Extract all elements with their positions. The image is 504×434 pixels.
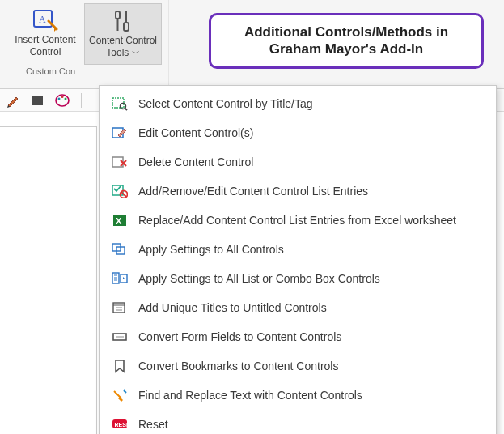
callout-note: Additional Controls/Methods in Graham Ma…	[209, 13, 484, 69]
menu-item-excel-entries[interactable]: X Replace/Add Content Control List Entri…	[100, 206, 496, 235]
content-control-tools-icon	[111, 7, 135, 35]
reset-icon: RESET	[111, 416, 129, 432]
svg-text:A: A	[39, 14, 46, 25]
svg-point-8	[58, 97, 61, 100]
document-page	[0, 126, 97, 434]
svg-rect-6	[32, 96, 43, 105]
menu-item-label: Apply Settings to All Controls	[138, 243, 284, 256]
menu-item-select-by-title[interactable]: Select Content Control by Title/Tag	[100, 89, 496, 118]
menu-item-label: Add/Remove/Edit Content Control List Ent…	[138, 185, 368, 198]
menu-item-unique-titles[interactable]: Add Unique Titles to Untitled Controls	[100, 293, 496, 322]
menu-item-label: Edit Content Control(s)	[138, 126, 253, 139]
ribbon-group-custom-controls: A Insert Content Control	[0, 0, 169, 88]
menu-item-label: Convert Bookmarks to Content Controls	[138, 360, 338, 372]
svg-text:X: X	[116, 216, 122, 226]
svg-point-9	[61, 96, 64, 98]
tool-pen-icon[interactable]	[6, 93, 21, 108]
unique-titles-icon	[111, 300, 129, 316]
menu-item-delete-cc[interactable]: Delete Content Control	[100, 147, 496, 177]
menu-item-reset[interactable]: RESET Reset	[100, 410, 496, 434]
ribbon-button-label-text: Content Control Tools	[89, 35, 157, 58]
chevron-down-icon: ﹀	[132, 49, 140, 59]
ribbon-button-label: Insert Content Control	[10, 34, 81, 62]
menu-item-convert-form[interactable]: Convert Form Fields to Content Controls	[100, 322, 496, 351]
menu-item-label: Replace/Add Content Control List Entries…	[138, 214, 456, 227]
menu-item-label: Add Unique Titles to Untitled Controls	[138, 301, 327, 314]
svg-line-13	[125, 108, 128, 111]
menu-item-label: Select Content Control by Title/Tag	[138, 97, 313, 110]
menu-item-edit-cc[interactable]: Edit Content Control(s)	[100, 118, 496, 147]
tool-palette-icon[interactable]	[55, 93, 71, 108]
tool-square-icon[interactable]	[31, 93, 45, 108]
ribbon-button-label: Content Control Tools ﹀	[88, 35, 158, 62]
ribbon: A Insert Content Control	[0, 0, 504, 89]
menu-item-label: Apply Settings to All List or Combo Box …	[138, 272, 380, 285]
menu-item-list-entries[interactable]: Add/Remove/Edit Content Control List Ent…	[100, 177, 496, 206]
svg-rect-5	[124, 23, 129, 31]
find-replace-icon	[111, 387, 129, 403]
separator	[81, 93, 82, 108]
content-control-tools-menu: Select Content Control by Title/Tag Edit…	[99, 85, 497, 434]
menu-item-apply-list[interactable]: Apply Settings to All List or Combo Box …	[100, 264, 496, 293]
select-cc-icon	[111, 96, 129, 112]
menu-item-label: Reset	[138, 418, 168, 431]
svg-rect-2	[116, 11, 120, 19]
apply-list-icon	[111, 270, 129, 287]
delete-cc-icon	[111, 154, 129, 170]
menu-item-convert-bookmark[interactable]: Convert Bookmarks to Content Controls	[100, 351, 496, 381]
apply-all-icon	[111, 241, 129, 257]
edit-cc-icon	[111, 125, 129, 141]
convert-bookmark-icon	[111, 358, 129, 374]
list-entries-icon	[111, 183, 129, 199]
svg-point-10	[65, 97, 67, 100]
svg-text:RESET: RESET	[115, 422, 129, 428]
svg-line-20	[121, 192, 126, 197]
content-control-tools-button[interactable]: Content Control Tools ﹀	[84, 3, 162, 65]
menu-item-apply-all[interactable]: Apply Settings to All Controls	[100, 235, 496, 264]
ribbon-group-label: Custom Con	[6, 65, 78, 78]
excel-icon: X	[111, 212, 129, 228]
menu-item-find-replace[interactable]: Find and Replace Text with Content Contr…	[100, 381, 496, 410]
insert-content-control-button[interactable]: A Insert Content Control	[6, 3, 84, 65]
insert-content-control-icon: A	[32, 6, 58, 34]
callout-text: Additional Controls/Methods in Graham Ma…	[244, 24, 448, 57]
menu-item-label: Convert Form Fields to Content Controls	[138, 330, 341, 343]
menu-item-label: Find and Replace Text with Content Contr…	[138, 389, 362, 402]
menu-item-label: Delete Content Control	[138, 155, 253, 168]
convert-form-icon	[111, 329, 129, 345]
